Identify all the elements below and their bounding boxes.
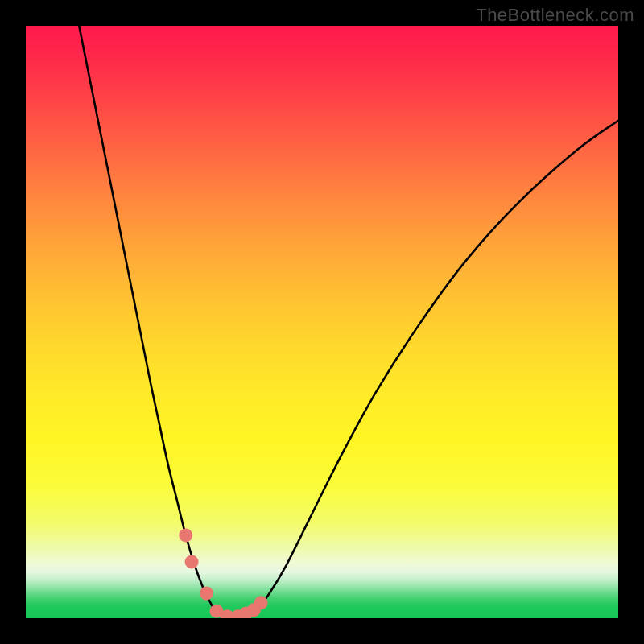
chart-frame: TheBottleneck.com: [0, 0, 644, 644]
marker-dot: [185, 555, 199, 569]
marker-dot: [179, 528, 192, 542]
marker-dot: [200, 587, 213, 601]
marker-dot: [254, 596, 268, 609]
curve-layer: [26, 26, 618, 618]
attribution-text: TheBottleneck.com: [476, 5, 634, 26]
bottleneck-curve: [79, 26, 618, 618]
plot-area: [26, 26, 618, 618]
marker-dots: [179, 528, 267, 618]
